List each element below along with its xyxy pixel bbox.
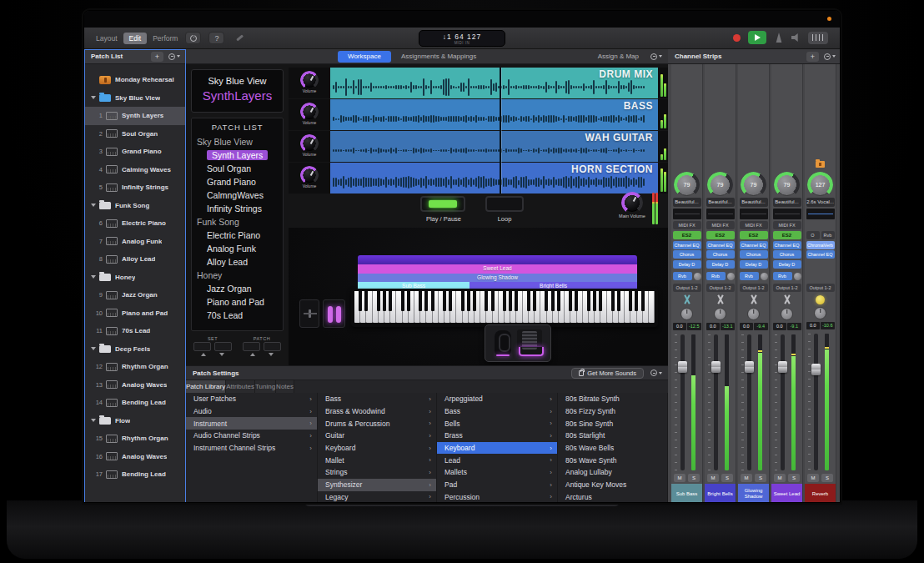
backing-track-row[interactable]: Volume HORN SECTION bbox=[289, 163, 668, 194]
patch-list-item[interactable]: Funk Song bbox=[84, 197, 186, 215]
send-slot[interactable]: Rvb bbox=[706, 272, 726, 280]
instrument-slot[interactable]: ES2 bbox=[773, 231, 801, 239]
mini-patch-row[interactable]: Grand Piano bbox=[192, 175, 283, 189]
track-volume-knob[interactable] bbox=[302, 136, 317, 151]
record-button[interactable] bbox=[733, 34, 741, 42]
workspace-action-menu[interactable] bbox=[650, 53, 662, 60]
library-item[interactable]: Strings › bbox=[318, 466, 436, 479]
eq-thumbnail[interactable] bbox=[773, 209, 801, 219]
pan-knob[interactable] bbox=[714, 308, 726, 320]
channel-strip[interactable]: 79 Beautiful... MIDI FX ES2 Channel EQ C… bbox=[738, 64, 770, 503]
backing-track-row[interactable]: Volume DRUM MIX bbox=[289, 68, 668, 98]
fader-cap[interactable] bbox=[745, 361, 754, 373]
backing-track-row[interactable]: Volume WAH GUITAR bbox=[289, 131, 668, 162]
eq-thumbnail[interactable] bbox=[806, 209, 835, 219]
mini-patch-row[interactable]: Sky Blue View bbox=[192, 135, 283, 148]
audio-fx-slot-3[interactable]: Delay D bbox=[740, 260, 768, 269]
waveform-area[interactable]: DRUM MIX bbox=[330, 68, 658, 98]
patch-list-item[interactable]: 12 Rhythm Organ bbox=[84, 358, 186, 376]
strip-smart-knob[interactable]: 79 bbox=[742, 173, 765, 196]
main-volume-knob[interactable] bbox=[623, 194, 641, 212]
help-button[interactable]: ? bbox=[208, 32, 224, 44]
fader-cap[interactable] bbox=[711, 361, 721, 373]
eq-thumbnail[interactable] bbox=[673, 209, 701, 219]
library-item[interactable]: Keyboard › bbox=[437, 442, 557, 455]
disclosure-triangle-icon[interactable] bbox=[91, 204, 96, 207]
patch-list-item[interactable]: Monday Rehearsal bbox=[84, 71, 186, 89]
audio-fx-slot-3[interactable]: Delay D bbox=[706, 260, 735, 269]
strip-smart-knob[interactable]: 79 bbox=[675, 173, 698, 196]
patch-down-button[interactable] bbox=[264, 342, 281, 351]
library-item[interactable]: 80s Wave Synth bbox=[558, 454, 667, 466]
get-more-sounds-button[interactable]: Get More Sounds bbox=[571, 368, 644, 379]
patch-list-item[interactable]: 8 Alloy Lead bbox=[84, 250, 186, 269]
mini-patch-row[interactable]: Alloy Lead bbox=[192, 255, 283, 269]
patch-settings-tab[interactable]: Attributes bbox=[226, 380, 255, 393]
mute-button[interactable]: M bbox=[674, 474, 685, 482]
waveform-area[interactable]: WAH GUITAR bbox=[330, 131, 658, 162]
pedalboard[interactable] bbox=[485, 324, 551, 362]
library-item[interactable]: Audio Channel Strips › bbox=[186, 430, 317, 442]
library-item[interactable]: Synthesizer › bbox=[318, 479, 436, 491]
audio-fx-slot-1[interactable]: ChromaVerb bbox=[806, 241, 835, 249]
library-item[interactable]: Mallet › bbox=[318, 454, 436, 466]
patch-settings-tab[interactable]: Patch Library bbox=[186, 380, 226, 393]
instrument-slot[interactable]: ES2 bbox=[673, 231, 701, 239]
audio-fx-slot-1[interactable]: Channel EQ bbox=[773, 241, 801, 249]
library-item[interactable]: Analog Lullaby bbox=[558, 466, 667, 479]
track-volume-knob[interactable] bbox=[302, 168, 317, 183]
perform-mode-button[interactable]: Perform bbox=[153, 34, 178, 43]
audio-fx-slot-3[interactable]: Delay D bbox=[773, 260, 801, 269]
mini-patch-row[interactable]: Honey bbox=[192, 269, 283, 282]
audio-fx-slot-2[interactable]: Chorus bbox=[673, 250, 701, 259]
layer-band[interactable]: Sweet Lead bbox=[358, 264, 637, 274]
mute-button[interactable]: M bbox=[707, 474, 719, 482]
library-item[interactable]: 80s Fizzy Synth bbox=[558, 405, 667, 418]
midi-fx-slot[interactable]: MIDI FX bbox=[740, 221, 768, 229]
strip-setting-name[interactable]: 2.6s Vocal... bbox=[806, 198, 835, 207]
fader-cap[interactable] bbox=[811, 364, 821, 375]
patch-list-item[interactable]: 2 Soul Organ bbox=[84, 125, 186, 143]
library-item[interactable]: Bells › bbox=[437, 417, 557, 430]
fader-track[interactable] bbox=[714, 334, 718, 471]
audio-fx-slot-2[interactable]: Chorus bbox=[773, 250, 801, 259]
patch-list-item[interactable]: Flow bbox=[84, 412, 186, 430]
patch-list-item[interactable]: 17 Bending Lead bbox=[84, 465, 186, 484]
patch-list-item[interactable]: 5 Infinity Strings bbox=[84, 178, 186, 197]
output-slot[interactable]: Output 1-2 bbox=[773, 284, 801, 292]
eq-thumbnail[interactable] bbox=[706, 209, 735, 219]
solo-button[interactable]: S bbox=[755, 474, 766, 482]
play-pause-button[interactable] bbox=[420, 196, 465, 212]
solo-button[interactable]: S bbox=[688, 474, 700, 482]
waveform-area[interactable]: HORN SECTION bbox=[330, 163, 658, 194]
audio-fx-slot-2[interactable]: Chorus bbox=[740, 250, 768, 259]
send-slot[interactable]: Rvb bbox=[673, 272, 692, 280]
library-item[interactable]: 80s Wave Bells bbox=[558, 442, 667, 455]
input-button[interactable]: O bbox=[806, 231, 820, 239]
set-up-button[interactable] bbox=[193, 342, 211, 351]
fader-track[interactable] bbox=[680, 334, 685, 471]
midi-fx-slot[interactable]: MIDI FX bbox=[673, 221, 701, 229]
output-slot[interactable]: Output 1-2 bbox=[706, 284, 735, 292]
patch-list-item[interactable]: 10 Piano and Pad bbox=[84, 304, 186, 323]
strip-smart-knob[interactable]: 127 bbox=[809, 173, 831, 196]
mini-patch-row[interactable]: CalmngWaves bbox=[192, 189, 283, 202]
library-item[interactable]: Brass & Woodwind › bbox=[318, 405, 436, 418]
pan-knob[interactable] bbox=[814, 307, 826, 319]
library-item[interactable]: Bass › bbox=[318, 393, 436, 405]
playhead[interactable] bbox=[500, 68, 501, 194]
instrument-slot[interactable]: ES2 bbox=[740, 231, 768, 239]
mini-patch-row[interactable]: Analog Funk bbox=[192, 242, 283, 255]
disclosure-triangle-icon[interactable] bbox=[91, 419, 96, 422]
mini-patch-row[interactable]: Electric Piano bbox=[192, 229, 283, 242]
patch-list-item[interactable]: 4 Calming Waves bbox=[84, 161, 186, 179]
library-item[interactable]: Keyboard › bbox=[318, 442, 436, 455]
eq-thumbnail[interactable] bbox=[740, 209, 768, 219]
library-item[interactable]: Percussion › bbox=[437, 491, 557, 504]
library-item[interactable]: Arcturus bbox=[558, 491, 667, 504]
patch-list-item[interactable]: 1 Synth Layers bbox=[84, 107, 186, 125]
strip-setting-name[interactable]: Beautiful... bbox=[673, 198, 701, 207]
mini-patch-row[interactable]: Jazz Organ bbox=[192, 282, 283, 295]
pan-knob[interactable] bbox=[680, 308, 693, 320]
track-volume-knob[interactable] bbox=[302, 73, 317, 88]
